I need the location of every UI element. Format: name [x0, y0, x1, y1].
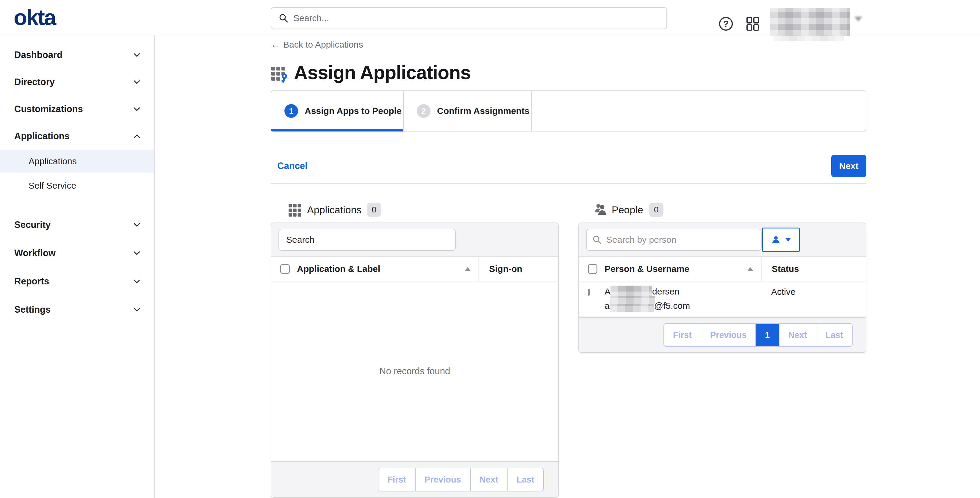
pagination-next-button[interactable]: Next	[779, 324, 816, 346]
user-account-redacted[interactable]	[770, 8, 850, 36]
sidebar-item-workflow[interactable]: Workflow	[0, 239, 154, 267]
sidebar-item-label: Settings	[14, 304, 51, 315]
people-panel: Person & Username Status	[578, 223, 866, 353]
select-all-checkbox[interactable]	[280, 264, 290, 274]
pagination-first-button[interactable]: First	[379, 468, 415, 491]
global-search[interactable]	[271, 7, 667, 29]
applications-table-header: Application & Label Sign-on	[271, 257, 558, 282]
assign-applications-icon	[271, 64, 289, 83]
row-checkbox[interactable]	[588, 289, 590, 296]
sidebar-item-label: Workflow	[14, 248, 56, 259]
people-table-header: Person & Username Status	[579, 257, 866, 282]
sidebar-item-label: Applications	[14, 131, 70, 142]
caret-down-icon	[786, 238, 791, 242]
people-pagination: First Previous 1 Next Last	[663, 323, 853, 347]
sidebar-item-label: Dashboard	[14, 50, 62, 60]
chevron-down-icon	[132, 305, 141, 314]
user-account-redacted-band	[773, 35, 844, 41]
okta-logo: okta	[14, 6, 55, 29]
chevron-down-icon	[132, 78, 141, 87]
sort-ascending-icon[interactable]	[465, 267, 471, 271]
pagination-page-1-button[interactable]: 1	[756, 324, 779, 346]
applications-empty-state: No records found	[271, 282, 558, 461]
people-icon	[594, 203, 609, 217]
people-table-footer: First Previous 1 Next Last	[579, 317, 866, 352]
sort-ascending-icon[interactable]	[747, 267, 753, 271]
applications-heading-label: Applications	[307, 204, 361, 216]
sidebar-item-dashboard[interactable]: Dashboard	[0, 41, 154, 68]
column-application-label[interactable]: Application & Label	[291, 257, 479, 281]
sidebar-item-settings[interactable]: Settings	[0, 295, 154, 324]
status-value: Active	[771, 287, 795, 297]
sidebar-nav: Dashboard Directory Customizations Appli…	[0, 35, 155, 498]
sidebar-item-customizations[interactable]: Customizations	[0, 95, 154, 123]
column-label: Sign-on	[489, 264, 522, 274]
chevron-down-icon	[132, 277, 141, 286]
person-row[interactable]: A dersen a @f5.com	[579, 282, 866, 317]
column-sign-on[interactable]: Sign-on	[479, 257, 558, 281]
redacted-blur	[611, 296, 655, 304]
sidebar-subitem-self-service[interactable]: Self Service	[0, 173, 154, 199]
people-panel-heading: People 0	[578, 200, 866, 220]
sidebar-item-label: Directory	[14, 77, 55, 88]
main-content: ← Back to Applications	[156, 35, 980, 498]
next-button[interactable]: Next	[831, 155, 866, 177]
select-all-checkbox[interactable]	[588, 264, 597, 274]
back-arrow-icon: ←	[271, 40, 280, 50]
pagination-last-button[interactable]: Last	[507, 468, 543, 491]
name-suffix: dersen	[652, 286, 679, 297]
applications-panel-heading: Applications 0	[271, 200, 559, 220]
sidebar-item-applications[interactable]: Applications	[0, 123, 154, 150]
back-to-applications-link[interactable]: ← Back to Applications	[271, 40, 363, 50]
row-checkbox-cell	[579, 282, 598, 317]
email-suffix: @f5.com	[654, 301, 690, 311]
back-link-label: Back to Applications	[283, 40, 363, 50]
question-circle-icon: ?	[718, 16, 734, 32]
step-tab-assign-apps[interactable]: 1 Assign Apps to People	[271, 91, 404, 131]
person-icon	[771, 235, 781, 245]
name-prefix: A	[605, 286, 611, 297]
cancel-link[interactable]: Cancel	[277, 161, 308, 171]
sidebar-item-directory[interactable]: Directory	[0, 68, 154, 95]
chevron-up-icon	[132, 132, 141, 141]
page-title-row: Assign Applications	[271, 63, 866, 83]
sidebar-item-label: Security	[14, 220, 51, 230]
person-status: Active	[761, 282, 866, 317]
people-heading-label: People	[612, 204, 643, 216]
step-tab-confirm-assignments[interactable]: 2 Confirm Assignments	[404, 91, 532, 131]
sidebar-item-label: Customizations	[14, 104, 83, 115]
empty-message: No records found	[379, 366, 450, 377]
help-button[interactable]: ?	[718, 16, 734, 32]
applications-search-input[interactable]	[278, 229, 456, 251]
step-number-badge: 2	[417, 104, 431, 118]
person-filter-dropdown[interactable]	[762, 228, 800, 252]
column-label: Application & Label	[297, 264, 380, 274]
chevron-down-icon	[132, 220, 141, 229]
sidebar-item-security[interactable]: Security	[0, 211, 154, 239]
chevron-down-icon	[132, 105, 141, 114]
column-label: Status	[772, 264, 799, 274]
header-checkbox-cell	[579, 257, 598, 281]
sidebar-item-reports[interactable]: Reports	[0, 267, 154, 295]
app-switcher-button[interactable]	[745, 16, 761, 32]
applications-table-footer: First Previous Next Last	[271, 461, 558, 497]
pagination-last-button[interactable]: Last	[816, 324, 852, 346]
column-person-username[interactable]: Person & Username	[598, 257, 761, 281]
pagination-first-button[interactable]: First	[664, 324, 701, 346]
step-label: Confirm Assignments	[437, 106, 530, 116]
search-icon	[592, 235, 602, 245]
actions-row: Cancel Next	[271, 155, 866, 177]
pagination-previous-button[interactable]: Previous	[701, 324, 756, 346]
section-divider	[271, 183, 866, 184]
applications-pagination: First Previous Next Last	[378, 468, 544, 492]
pagination-previous-button[interactable]: Previous	[415, 468, 470, 491]
people-search-input[interactable]	[586, 229, 762, 251]
pagination-next-button[interactable]: Next	[470, 468, 507, 491]
page-title: Assign Applications	[294, 63, 471, 83]
column-status[interactable]: Status	[761, 257, 866, 281]
sidebar-subitem-applications[interactable]: Applications	[0, 150, 154, 173]
global-search-input[interactable]	[293, 13, 659, 23]
name-redacted-blur	[611, 286, 652, 298]
applications-count-badge: 0	[367, 203, 381, 217]
user-menu-caret-icon[interactable]	[854, 17, 862, 21]
